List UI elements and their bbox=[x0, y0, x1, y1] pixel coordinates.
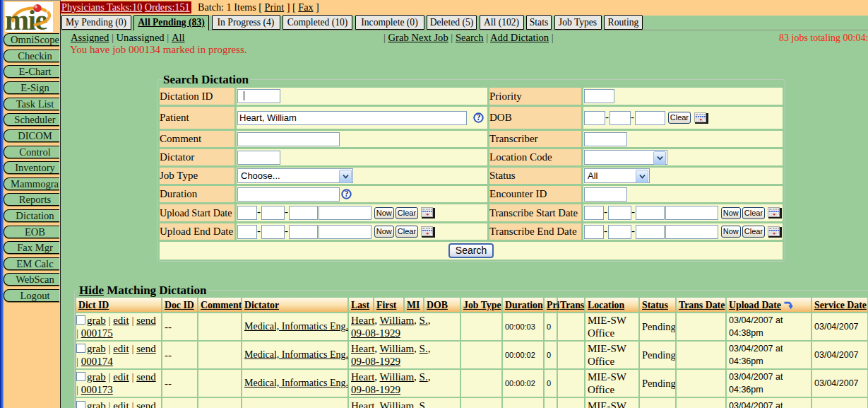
svg-text:?: ? bbox=[345, 190, 349, 198]
svg-text:?: ? bbox=[477, 113, 481, 122]
